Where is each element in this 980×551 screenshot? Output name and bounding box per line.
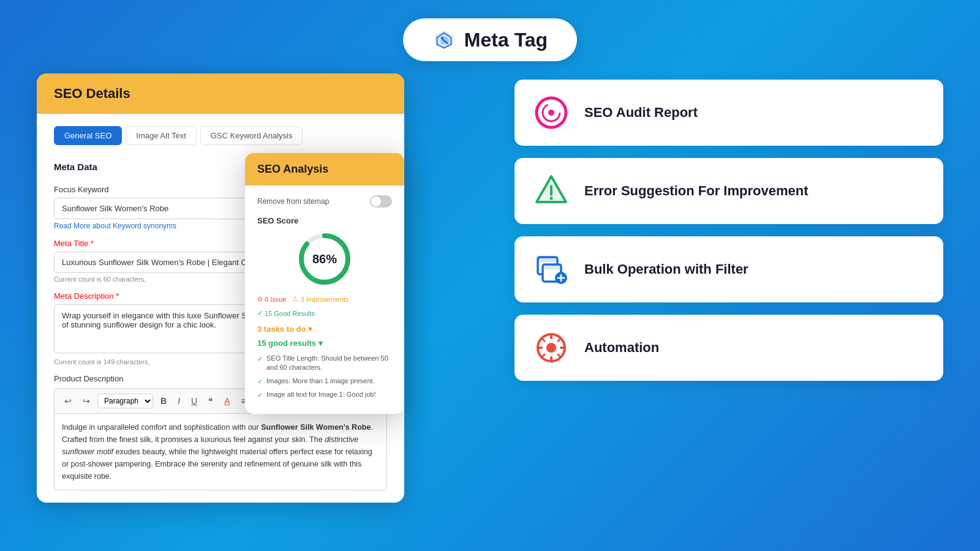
issue-badge: ⊘ 0 Issue — [257, 295, 286, 303]
bulk-icon-wrapper — [533, 251, 570, 288]
result-item-1: ✓ SEO Title Length: Should be between 50… — [257, 354, 392, 373]
svg-point-7 — [550, 197, 553, 200]
color-button[interactable]: A — [221, 394, 233, 408]
main-content: SEO Details General SEO Image Alt Text G… — [0, 73, 980, 503]
seo-details-title: SEO Details — [54, 86, 130, 101]
audit-icon — [534, 96, 568, 130]
score-badges: ⊘ 0 Issue ⚠ 3 Improvements — [257, 295, 392, 303]
good-badge: ✓ 15 Good Results — [257, 309, 315, 317]
audit-icon-wrapper — [533, 94, 570, 131]
good-results-toggle[interactable]: 15 good results ▾ — [257, 339, 392, 348]
result-item-2: ✓ Images: More than 1 image present. — [257, 377, 392, 386]
feature-title-automation: Automation — [584, 339, 659, 357]
sitemap-toggle-row: Remove from sitemap — [257, 195, 392, 208]
underline-button[interactable]: U — [187, 394, 201, 408]
italic-button[interactable]: I — [174, 394, 184, 408]
sitemap-toggle[interactable] — [370, 195, 392, 208]
svg-rect-9 — [538, 257, 557, 262]
redo-button[interactable]: ↪ — [79, 394, 94, 408]
automation-icon — [534, 331, 568, 365]
score-circle-container: 86% — [257, 231, 392, 287]
seo-analysis-title: SEO Analysis — [257, 163, 328, 175]
score-circle: 86% — [297, 231, 352, 287]
bulk-icon — [534, 252, 568, 287]
seo-score-label: SEO Score — [257, 216, 392, 225]
chevron-down-icon: ▾ — [308, 324, 312, 334]
paragraph-select[interactable]: Paragraph — [97, 394, 153, 408]
improve-icon: ⚠ — [292, 295, 298, 303]
header: Meta Tag — [0, 0, 980, 73]
improvement-badge: ⚠ 3 Improvements — [292, 295, 349, 303]
bold-button[interactable]: B — [157, 394, 170, 408]
score-number: 86% — [312, 252, 337, 266]
tab-gsc-keyword[interactable]: GSC Keyword Analysis — [200, 126, 303, 145]
header-title: Meta Tag — [464, 29, 548, 51]
sitemap-toggle-label: Remove from sitemap — [257, 197, 329, 206]
seo-analysis-body: Remove from sitemap SEO Score 86% — [245, 186, 404, 414]
feature-card-error-suggestion[interactable]: Error Suggestion For Improvement — [514, 158, 943, 224]
meta-data-label: Meta Data — [54, 162, 97, 172]
tag-icon — [432, 28, 456, 51]
result-item-3: ✓ Image alt text for Image 1: Good job! — [257, 390, 392, 400]
tasks-section: 3 tasks to do ▾ 15 good results ▾ ✓ SEO … — [257, 324, 392, 400]
tab-general-seo[interactable]: General SEO — [54, 126, 122, 145]
left-panel: SEO Details General SEO Image Alt Text G… — [37, 73, 478, 503]
feature-title-seo-audit: SEO Audit Report — [584, 104, 698, 122]
undo-button[interactable]: ↩ — [61, 394, 75, 408]
feature-card-bulk-operation[interactable]: Bulk Operation with Filter — [514, 236, 943, 302]
feature-title-error-suggestion: Error Suggestion For Improvement — [584, 182, 809, 200]
header-pill: Meta Tag — [403, 18, 577, 61]
good-icon: ✓ — [257, 309, 263, 317]
seo-analysis-header: SEO Analysis — [245, 153, 404, 186]
issue-icon: ⊘ — [257, 295, 263, 303]
feature-title-bulk-operation: Bulk Operation with Filter — [584, 261, 748, 279]
seo-analysis-card: SEO Analysis Remove from sitemap SEO Sco… — [245, 153, 404, 414]
svg-point-16 — [546, 343, 556, 353]
feature-card-automation[interactable]: Automation — [514, 315, 943, 381]
automation-icon-wrapper — [533, 329, 570, 366]
feature-card-seo-audit[interactable]: SEO Audit Report — [514, 80, 943, 146]
chevron-down-icon-2: ▾ — [318, 339, 323, 348]
right-panel: SEO Audit Report Error Suggestion For Im… — [514, 73, 943, 503]
check-icon-3: ✓ — [257, 391, 263, 400]
error-icon-wrapper — [533, 173, 570, 209]
seo-details-header: SEO Details — [37, 73, 404, 114]
tabs-container: General SEO Image Alt Text GSC Keyword A… — [54, 126, 387, 145]
svg-rect-11 — [543, 264, 561, 269]
editor-content[interactable]: Indulge in unparalleled comfort and soph… — [54, 413, 387, 490]
tasks-todo[interactable]: 3 tasks to do ▾ — [257, 324, 392, 334]
svg-point-0 — [441, 37, 444, 40]
check-icon-1: ✓ — [257, 354, 263, 364]
check-icon-2: ✓ — [257, 377, 263, 386]
error-icon — [534, 174, 568, 208]
svg-point-5 — [548, 110, 554, 116]
tab-image-alt-text[interactable]: Image Alt Text — [126, 126, 196, 145]
quote-button[interactable]: ❝ — [205, 394, 217, 408]
good-badge-row: ✓ 15 Good Results — [257, 307, 392, 317]
